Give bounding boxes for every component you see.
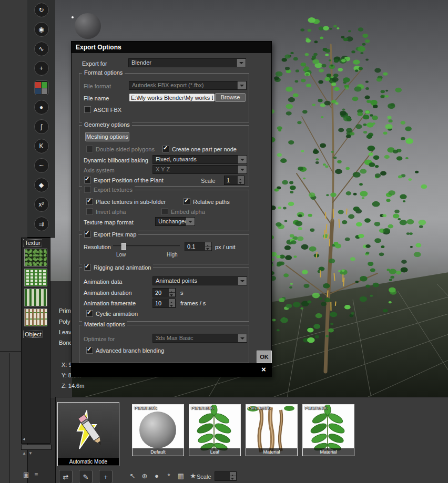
export-for-dropdown[interactable]: Blender	[128, 58, 246, 67]
color-swatch-icon[interactable]	[34, 80, 49, 95]
spin-down-icon[interactable]	[169, 303, 175, 307]
close-button[interactable]: ×	[257, 364, 270, 374]
ok-button[interactable]: OK	[257, 351, 272, 363]
export-arrows-icon[interactable]: ⇉	[34, 217, 49, 231]
scale-spinner[interactable]: 1	[224, 176, 245, 185]
cursor-icon[interactable]: ↖	[128, 471, 137, 480]
file-name-input[interactable]	[129, 93, 215, 102]
chevron-down-icon[interactable]	[238, 166, 247, 173]
horizontal-scrollbar[interactable]	[21, 445, 52, 450]
branch-blending-checkbox[interactable]: Advanced branch blending	[86, 347, 164, 354]
brush-thumbnail-material-leaf[interactable]: Parametric Material	[302, 404, 354, 456]
thumbnail-badge: Parametric	[304, 405, 328, 410]
texture-thumbnail[interactable]	[24, 289, 47, 306]
brush-thumbnail-material-bark[interactable]: Parametric Material	[246, 404, 298, 456]
formula-icon[interactable]: x²	[34, 197, 49, 212]
scroll-down-icon[interactable]: ▼	[28, 451, 33, 456]
scene-node-primitive[interactable]: Primi	[59, 307, 72, 314]
spin-up-icon[interactable]	[205, 242, 211, 246]
scroll-up-icon[interactable]: ▲	[22, 451, 26, 456]
animation-duration-spinner[interactable]: 20	[152, 288, 176, 297]
texture-thumbnail[interactable]	[24, 309, 47, 326]
menu-icon[interactable]: ≡	[34, 471, 38, 478]
chevron-down-icon[interactable]	[237, 81, 246, 89]
invert-alpha-checkbox[interactable]: Invert alpha	[86, 208, 126, 215]
spin-up-icon[interactable]	[230, 472, 236, 476]
spin-up-icon[interactable]	[169, 299, 175, 303]
bottom-scale-spinner[interactable]	[215, 471, 237, 481]
relative-paths-checkbox[interactable]: Relative paths	[184, 198, 230, 205]
layers-icon[interactable]: ▣	[23, 471, 29, 478]
k-node-icon[interactable]: K	[34, 139, 49, 153]
resolution-spinner[interactable]: 0.1	[185, 242, 212, 251]
blob-icon[interactable]: ●	[34, 100, 49, 115]
scatter-icon[interactable]: *	[165, 471, 173, 480]
billboard-baking-dropdown[interactable]: Fixed, outwards	[152, 155, 247, 164]
export-position-checkbox[interactable]: Export Position of the Plant	[84, 177, 164, 183]
texture-thumbnail[interactable]	[24, 249, 47, 266]
generation-icon[interactable]: ↻	[34, 3, 49, 17]
export-textures-group: Export textures Place textures in sub-fo…	[79, 190, 249, 231]
chevron-down-icon[interactable]	[237, 59, 246, 67]
export-textures-checkbox[interactable]: Export textures	[84, 186, 133, 193]
tab-textures[interactable]: Textur	[23, 239, 42, 246]
optimize-for-dropdown[interactable]: 3ds Max Basic	[152, 334, 247, 343]
waveform-icon[interactable]: ∿	[34, 42, 49, 56]
animation-data-dropdown[interactable]: Animated points	[152, 276, 247, 285]
brush-thumbnail-default[interactable]: Parametric Default	[132, 404, 184, 456]
spin-up-icon[interactable]	[169, 289, 175, 293]
file-format-dropdown[interactable]: Autodesk FBX export (*.fbx)	[129, 81, 247, 90]
animation-framerate-spinner[interactable]: 10	[152, 299, 176, 308]
chevron-down-icon[interactable]	[238, 334, 247, 342]
double-sided-checkbox[interactable]: Double-sided polygons	[86, 146, 155, 152]
transform-icon[interactable]: +	[34, 61, 49, 76]
wave-icon[interactable]: ∼	[34, 158, 49, 173]
spin-down-icon[interactable]	[238, 180, 244, 184]
rigging-checkbox[interactable]: Rigging and animation	[84, 264, 151, 271]
animation-data-label: Animation data	[84, 279, 122, 285]
slider-handle[interactable]	[121, 243, 126, 250]
axis-system-dropdown[interactable]: X Y Z	[152, 165, 247, 174]
textures-subfolder-checkbox[interactable]: Place textures in sub-folder	[86, 198, 166, 205]
cyclic-animation-checkbox[interactable]: Cyclic animation	[86, 310, 138, 317]
resolution-slider[interactable]	[113, 243, 180, 250]
resolution-label: Resolution	[84, 244, 111, 250]
one-part-per-node-checkbox[interactable]: Create one part per node	[162, 146, 237, 152]
texture-thumbnail[interactable]	[24, 269, 47, 286]
brush-thumbnail-leaf[interactable]: Parametric Leaf	[189, 404, 241, 456]
chevron-down-icon[interactable]	[186, 218, 195, 225]
grid-icon[interactable]: ▦	[177, 471, 185, 480]
star-icon[interactable]: ★	[189, 471, 197, 480]
zoom-icon[interactable]: ⊕	[140, 471, 149, 480]
automatic-mode-tile[interactable]: Automatic Mode	[57, 402, 119, 466]
spin-down-icon[interactable]	[205, 246, 211, 251]
scene-node-polygon[interactable]: Poly	[59, 318, 70, 325]
meshing-options-button[interactable]: Meshing options	[85, 132, 129, 141]
material-preview-sphere[interactable]	[75, 13, 101, 39]
texture-map-format-label: Texture map format	[84, 219, 134, 225]
chevron-down-icon[interactable]	[238, 277, 247, 285]
embed-alpha-checkbox[interactable]: Embed alpha	[161, 208, 205, 215]
droplet-icon[interactable]: ◉	[34, 22, 49, 37]
curve-icon[interactable]: ʃ	[34, 119, 49, 134]
export-ptex-checkbox[interactable]: Export Ptex map	[84, 231, 136, 238]
shield-icon[interactable]: ◆	[34, 178, 49, 192]
scene-node-bones[interactable]: Bone	[59, 340, 73, 346]
spin-up-icon[interactable]	[238, 176, 244, 180]
browse-button[interactable]: Browse	[215, 93, 246, 102]
ascii-fbx-checkbox[interactable]: ASCII FBX	[84, 106, 121, 113]
material-options-group: Material options Optimize for 3ds Max Ba…	[79, 325, 249, 363]
material-sphere-icon[interactable]: ●	[152, 471, 161, 480]
pan-icon[interactable]: ⇄	[59, 470, 73, 483]
tab-object[interactable]: Object	[23, 331, 43, 338]
scene-node-leaves[interactable]: Leav	[59, 329, 72, 335]
spin-down-icon[interactable]	[230, 476, 236, 480]
spin-down-icon[interactable]	[169, 293, 175, 297]
texture-map-format-dropdown[interactable]: Unchanged	[155, 217, 195, 226]
pencil-add-icon[interactable]: ✎	[79, 470, 93, 483]
dialog-title[interactable]: Export Options	[72, 42, 271, 53]
texture-library-panel: Textur Object ◂	[21, 238, 50, 444]
scroll-left-icon[interactable]: ◂	[23, 436, 25, 441]
chevron-down-icon[interactable]	[238, 156, 247, 163]
crosshair-add-icon[interactable]: +	[99, 470, 113, 483]
